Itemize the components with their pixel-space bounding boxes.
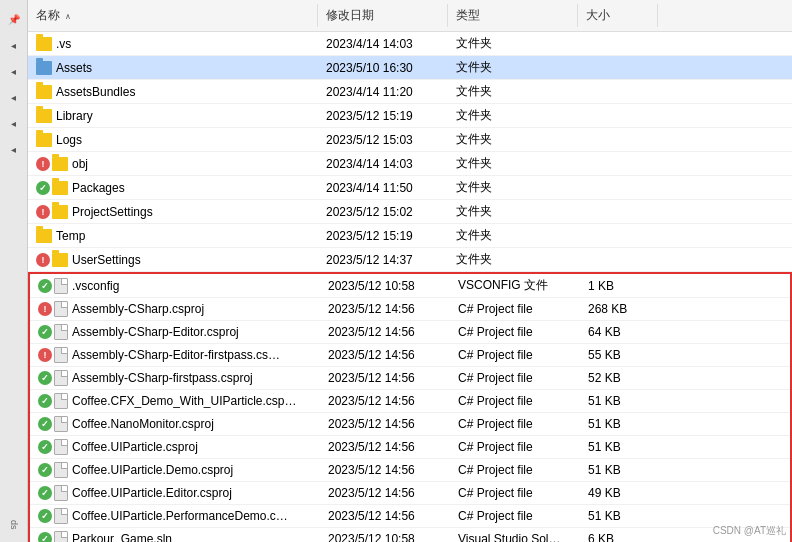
type-cell: 文件夹: [448, 152, 578, 175]
date-cell: 2023/4/14 14:03: [318, 154, 448, 174]
col-name[interactable]: 名称 ∧: [28, 4, 318, 27]
size-cell: 64 KB: [580, 322, 660, 342]
size-cell: [578, 257, 658, 263]
type-cell: 文件夹: [448, 128, 578, 151]
file-icon: [54, 462, 68, 478]
sidebar: 📌 ◂ ◂ ◂ ◂ ◂ ds: [0, 0, 28, 542]
size-cell: 51 KB: [580, 506, 660, 526]
file-name: Packages: [72, 181, 125, 195]
size-cell: [578, 41, 658, 47]
type-cell: VSCONFIG 文件: [450, 274, 580, 297]
table-row[interactable]: ✓Coffee.CFX_Demo_With_UIParticle.csp…202…: [30, 390, 790, 413]
type-cell: 文件夹: [448, 32, 578, 55]
nav-arrow-2[interactable]: ◂: [5, 62, 23, 80]
date-cell: 2023/5/12 14:56: [320, 322, 450, 342]
file-name: Logs: [56, 133, 82, 147]
extra-cell: [658, 185, 792, 191]
type-cell: 文件夹: [448, 248, 578, 271]
name-cell: ✓.vsconfig: [30, 275, 320, 297]
watermark: CSDN @AT巡礼: [713, 524, 786, 538]
size-cell: 55 KB: [580, 345, 660, 365]
file-icon: [54, 439, 68, 455]
size-cell: [578, 209, 658, 215]
file-name: Coffee.UIParticle.csproj: [72, 440, 198, 454]
type-cell: C# Project file: [450, 506, 580, 526]
extra-cell: [660, 375, 790, 381]
name-cell: ✓Coffee.UIParticle.PerformanceDemo.c…: [30, 505, 320, 527]
date-cell: 2023/5/12 14:56: [320, 391, 450, 411]
date-cell: 2023/5/12 14:56: [320, 483, 450, 503]
file-explorer: 名称 ∧ 修改日期 类型 大小 .vs2023/4/14 14:03文件夹Ass…: [28, 0, 792, 542]
table-row[interactable]: AssetsBundles2023/4/14 11:20文件夹: [28, 80, 792, 104]
col-type[interactable]: 类型: [448, 4, 578, 27]
nav-arrow-5[interactable]: ◂: [5, 140, 23, 158]
file-name: Coffee.UIParticle.PerformanceDemo.c…: [72, 509, 288, 523]
file-icon: [54, 508, 68, 524]
table-row[interactable]: ✓Parkour_Game.sln2023/5/12 10:58Visual S…: [30, 528, 790, 542]
table-row[interactable]: ✓Coffee.UIParticle.Editor.csproj2023/5/1…: [30, 482, 790, 505]
table-row[interactable]: !UserSettings2023/5/12 14:37文件夹: [28, 248, 792, 272]
table-row[interactable]: ✓Assembly-CSharp-firstpass.csproj2023/5/…: [30, 367, 790, 390]
table-row[interactable]: Assets2023/5/10 16:30文件夹: [28, 56, 792, 80]
col-date[interactable]: 修改日期: [318, 4, 448, 27]
table-row[interactable]: Logs2023/5/12 15:03文件夹: [28, 128, 792, 152]
folder-icon: [36, 229, 52, 243]
nav-arrow-4[interactable]: ◂: [5, 114, 23, 132]
name-cell: ✓Coffee.UIParticle.Demo.csproj: [30, 459, 320, 481]
col-size[interactable]: 大小: [578, 4, 658, 27]
file-name: Library: [56, 109, 93, 123]
name-cell: !Assembly-CSharp.csproj: [30, 298, 320, 320]
file-name: ProjectSettings: [72, 205, 153, 219]
date-cell: 2023/5/12 15:03: [318, 130, 448, 150]
table-row[interactable]: ✓.vsconfig2023/5/12 10:58VSCONFIG 文件1 KB: [30, 274, 790, 298]
table-row[interactable]: !obj2023/4/14 14:03文件夹: [28, 152, 792, 176]
date-cell: 2023/5/12 10:58: [320, 276, 450, 296]
table-row[interactable]: .vs2023/4/14 14:03文件夹: [28, 32, 792, 56]
pin-icon[interactable]: 📌: [5, 10, 23, 28]
ds-label: ds: [5, 516, 23, 534]
ok-badge-icon: ✓: [38, 371, 52, 385]
file-name: Coffee.NanoMonitor.csproj: [72, 417, 214, 431]
table-row[interactable]: !Assembly-CSharp.csproj2023/5/12 14:56C#…: [30, 298, 790, 321]
type-cell: C# Project file: [450, 414, 580, 434]
table-row[interactable]: Temp2023/5/12 15:19文件夹: [28, 224, 792, 248]
size-cell: [578, 65, 658, 71]
nav-arrow-3[interactable]: ◂: [5, 88, 23, 106]
table-row[interactable]: !ProjectSettings2023/5/12 15:02文件夹: [28, 200, 792, 224]
size-cell: 51 KB: [580, 437, 660, 457]
type-cell: Visual Studio Sol…: [450, 529, 580, 542]
error-badge-icon: !: [38, 348, 52, 362]
table-row[interactable]: ✓Coffee.NanoMonitor.csproj2023/5/12 14:5…: [30, 413, 790, 436]
file-name: obj: [72, 157, 88, 171]
extra-cell: [660, 329, 790, 335]
type-cell: 文件夹: [448, 104, 578, 127]
ok-badge-icon: ✓: [38, 532, 52, 542]
date-cell: 2023/5/12 14:56: [320, 506, 450, 526]
extra-cell: [658, 233, 792, 239]
date-cell: 2023/5/12 14:56: [320, 437, 450, 457]
file-icon: [54, 324, 68, 340]
table-row[interactable]: ✓Packages2023/4/14 11:50文件夹: [28, 176, 792, 200]
type-cell: C# Project file: [450, 322, 580, 342]
date-cell: 2023/5/12 10:58: [320, 529, 450, 542]
table-row[interactable]: !Assembly-CSharp-Editor-firstpass.cs…202…: [30, 344, 790, 367]
date-cell: 2023/4/14 11:20: [318, 82, 448, 102]
size-cell: 6 KB: [580, 529, 660, 542]
size-cell: [578, 113, 658, 119]
col-extra: [658, 4, 792, 27]
name-cell: ✓Assembly-CSharp-firstpass.csproj: [30, 367, 320, 389]
table-row[interactable]: ✓Coffee.UIParticle.PerformanceDemo.c…202…: [30, 505, 790, 528]
name-cell: ✓Coffee.UIParticle.csproj: [30, 436, 320, 458]
extra-cell: [660, 283, 790, 289]
table-row[interactable]: ✓Assembly-CSharp-Editor.csproj2023/5/12 …: [30, 321, 790, 344]
table-row[interactable]: Library2023/5/12 15:19文件夹: [28, 104, 792, 128]
nav-arrow-1[interactable]: ◂: [5, 36, 23, 54]
table-row[interactable]: ✓Coffee.UIParticle.Demo.csproj2023/5/12 …: [30, 459, 790, 482]
table-row[interactable]: ✓Coffee.UIParticle.csproj2023/5/12 14:56…: [30, 436, 790, 459]
type-cell: C# Project file: [450, 345, 580, 365]
file-icon: [54, 393, 68, 409]
size-cell: 51 KB: [580, 460, 660, 480]
size-cell: 1 KB: [580, 276, 660, 296]
folder-blue-icon: [36, 61, 52, 75]
ok-badge-icon: ✓: [38, 440, 52, 454]
